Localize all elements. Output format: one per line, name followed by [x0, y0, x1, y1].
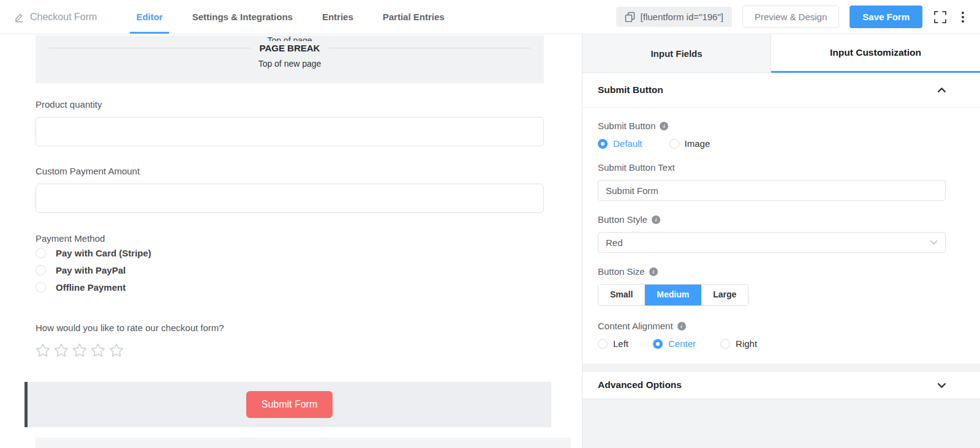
submit-button-section-header[interactable]: Submit Button: [582, 73, 980, 108]
radio-circle-icon[interactable]: [669, 139, 679, 149]
radio-circle-icon[interactable]: [598, 139, 608, 149]
radio-default[interactable]: Default: [598, 138, 643, 149]
rating-stars: [35, 343, 124, 358]
size-medium-button[interactable]: Medium: [645, 285, 701, 305]
divider-line: [329, 48, 530, 48]
radio-align-right[interactable]: Right: [720, 338, 757, 349]
main-nav-tabs: Editor Settings & Integrations Entries P…: [121, 0, 459, 34]
radio-circle-icon[interactable]: [36, 248, 46, 258]
settings-panel: Input Fields Input Customization Submit …: [582, 34, 980, 448]
button-style-select[interactable]: Red: [598, 232, 946, 253]
edit-pencil-icon[interactable]: [13, 12, 24, 23]
tab-partial-entries[interactable]: Partial Entries: [368, 0, 459, 34]
chevron-up-icon[interactable]: [937, 88, 946, 93]
submit-button-settings: Submit Button i Default Image Submit But…: [582, 108, 980, 364]
section-title: Submit Button: [598, 84, 663, 95]
custom-payment-amount-label: Custom Payment Amount: [36, 166, 140, 176]
tab-editor[interactable]: Editor: [121, 0, 177, 34]
button-style-value: Red: [606, 237, 623, 248]
save-form-button[interactable]: Save Form: [850, 6, 922, 28]
button-size-label: Button Size i: [598, 266, 946, 277]
preview-design-button[interactable]: Preview & Design: [742, 6, 839, 28]
size-small-button[interactable]: Small: [598, 285, 645, 305]
star-icon[interactable]: [72, 343, 88, 358]
page-break-subtitle: Top of new page: [36, 59, 544, 69]
radio-circle-icon[interactable]: [598, 339, 608, 349]
submit-button-text-label: Submit Button Text: [598, 162, 946, 173]
tab-input-customization[interactable]: Input Customization: [771, 34, 980, 73]
star-icon[interactable]: [108, 343, 124, 358]
kebab-menu-icon[interactable]: [958, 9, 968, 25]
info-icon[interactable]: i: [660, 122, 668, 130]
payment-option-stripe[interactable]: Pay with Card (Stripe): [36, 245, 151, 260]
form-editor-canvas: Top of page PAGE BREAK Top of new page P…: [0, 34, 582, 448]
panel-tabs: Input Fields Input Customization: [582, 34, 980, 73]
size-large-button[interactable]: Large: [701, 285, 748, 305]
page-break-element[interactable]: Top of page PAGE BREAK Top of new page: [36, 35, 544, 83]
fullscreen-icon[interactable]: [933, 10, 948, 24]
alignment-radio-group: Left Center Right: [598, 338, 946, 349]
form-title-group: Checkout Form: [13, 0, 97, 34]
page-break-clipped-text: Top of page: [36, 35, 544, 41]
button-size-segmented-control: Small Medium Large: [598, 284, 748, 306]
product-quantity-input[interactable]: [36, 117, 544, 146]
top-toolbar: Checkout Form Editor Settings & Integrat…: [0, 0, 980, 34]
submit-button-type-label: Submit Button i: [598, 121, 946, 131]
radio-circle-icon[interactable]: [720, 339, 730, 349]
payment-option-offline[interactable]: Offline Payment: [36, 280, 126, 294]
button-style-label: Button Style i: [598, 214, 946, 225]
info-icon[interactable]: i: [677, 322, 686, 330]
shortcode-pill[interactable]: [fluentform id="196"]: [616, 7, 732, 27]
star-icon[interactable]: [35, 343, 51, 358]
radio-align-center[interactable]: Center: [653, 338, 696, 349]
info-icon[interactable]: i: [652, 215, 660, 224]
payment-method-label: Payment Method: [36, 233, 105, 244]
page-break-title: PAGE BREAK: [260, 43, 320, 53]
payment-option-paypal[interactable]: Pay with PayPal: [36, 263, 126, 277]
divider-line: [49, 48, 251, 48]
chevron-down-icon: [930, 240, 938, 245]
copy-shortcode-icon: [625, 12, 635, 22]
radio-image[interactable]: Image: [669, 138, 710, 149]
submit-button-text-input[interactable]: [598, 180, 946, 201]
radio-circle-icon[interactable]: [36, 265, 46, 275]
shortcode-text: [fluentform id="196"]: [641, 12, 723, 22]
radio-align-left[interactable]: Left: [598, 338, 628, 349]
submit-button-element[interactable]: Submit Form: [24, 382, 551, 427]
advanced-options-section-header[interactable]: Advanced Options: [582, 371, 980, 399]
star-icon[interactable]: [53, 343, 69, 358]
toolbar-actions: [fluentform id="196"] Preview & Design S…: [616, 0, 968, 34]
button-type-radio-group: Default Image: [598, 138, 946, 149]
tab-input-fields[interactable]: Input Fields: [582, 34, 771, 73]
content-alignment-label: Content Alignment i: [598, 321, 946, 331]
info-icon[interactable]: i: [649, 267, 658, 276]
product-quantity-label: Product quantity: [36, 99, 102, 110]
rating-question-label: How would you like to rate our checkout …: [36, 323, 224, 333]
form-title: Checkout Form: [30, 12, 97, 23]
form-submit-button[interactable]: Submit Form: [246, 391, 333, 418]
tab-settings-integrations[interactable]: Settings & Integrations: [178, 0, 307, 34]
radio-circle-icon[interactable]: [36, 282, 46, 293]
section-title: Advanced Options: [598, 379, 682, 390]
next-element-strip: [36, 438, 571, 448]
radio-circle-icon[interactable]: [653, 339, 663, 349]
custom-payment-amount-input[interactable]: [36, 184, 544, 213]
tab-entries[interactable]: Entries: [307, 0, 368, 34]
star-icon[interactable]: [90, 343, 106, 358]
chevron-down-icon[interactable]: [937, 383, 946, 388]
